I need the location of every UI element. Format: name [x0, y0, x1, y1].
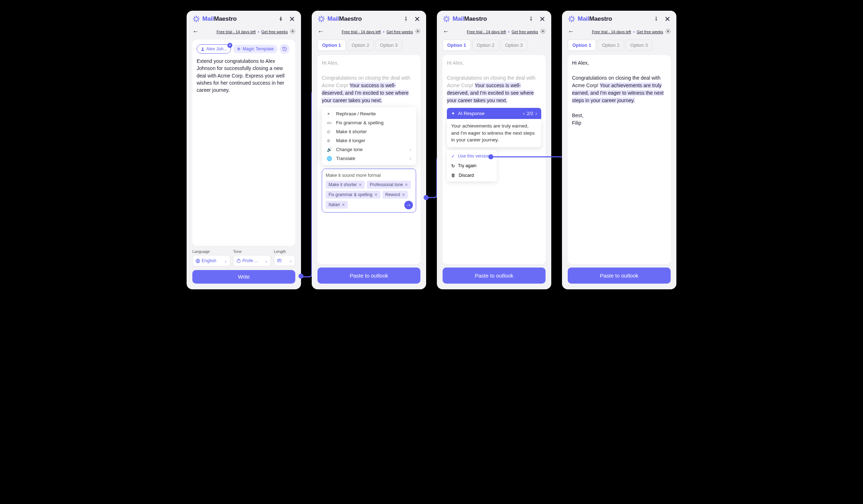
email-body[interactable]: Hi Alex, Congratulations on closing the … — [322, 59, 416, 104]
tab-option-3[interactable]: Option 3 — [375, 40, 402, 51]
back-arrow-icon[interactable]: ← — [317, 28, 324, 35]
email-body[interactable]: Hi Alex, Congratulations on closing the … — [572, 59, 666, 127]
chip-remove-icon[interactable]: ✕ — [227, 43, 232, 48]
menu-longer[interactable]: ⊕Make it longer — [322, 136, 416, 145]
flow-dot — [299, 274, 304, 279]
svg-line-64 — [569, 20, 571, 21]
tab-option-2[interactable]: Option 2 — [347, 40, 374, 51]
trial-text[interactable]: Free trial - 14 days left — [467, 30, 506, 34]
svg-line-62 — [569, 17, 571, 18]
ai-pager: 2/2 — [527, 111, 533, 116]
send-icon[interactable]: → — [404, 201, 413, 209]
menu-translate[interactable]: 🌐Translate› — [322, 154, 416, 163]
action-discard[interactable]: 🗑Discard — [447, 171, 497, 180]
tag-remove-icon[interactable]: ✕ — [402, 193, 405, 197]
tag-remove-icon[interactable]: ✕ — [374, 193, 378, 197]
gear-icon[interactable] — [665, 29, 671, 35]
menu-tone[interactable]: 🔊Change tone› — [322, 145, 416, 154]
chip-magic-template[interactable]: Magic Template — [233, 45, 277, 53]
tab-option-1[interactable]: Option 1 — [317, 40, 346, 51]
trial-text[interactable]: Free trial - 14 days left — [342, 30, 381, 34]
menu-grammar[interactable]: abcFix grammar & spelling — [322, 118, 416, 127]
back-arrow-icon[interactable]: ← — [568, 28, 574, 35]
pin-icon[interactable] — [277, 16, 284, 22]
gear-icon[interactable] — [415, 29, 420, 35]
close-icon[interactable] — [539, 16, 546, 22]
paste-button[interactable]: Paste to outlook — [317, 268, 420, 284]
language-value: English — [202, 258, 216, 263]
email-body[interactable]: Hi Alex, Congratulations on closing the … — [447, 59, 541, 104]
flow-dot — [488, 154, 493, 159]
action-retry[interactable]: ↻Try again — [447, 161, 497, 171]
menu-rephrase[interactable]: ✦Rephrase / Rewrite — [322, 109, 416, 118]
pin-icon[interactable] — [528, 16, 534, 22]
suggestion-input[interactable]: Make it sound more formal — [326, 173, 412, 178]
trial-text[interactable]: Free trial - 14 days left — [217, 30, 256, 34]
ai-response-label: AI Response — [458, 111, 484, 116]
abc-icon: abc — [327, 121, 332, 125]
svg-line-31 — [319, 20, 320, 21]
header: MailMaestro — [192, 15, 295, 23]
gear-icon[interactable] — [540, 29, 546, 35]
length-select[interactable]: ⌄ — [274, 255, 295, 266]
tab-option-1[interactable]: Option 1 — [443, 40, 471, 51]
gear-icon[interactable] — [290, 29, 295, 35]
prompt-text[interactable]: Extend your congratulations to Alex John… — [197, 58, 291, 94]
brand-logo: MailMaestro — [568, 15, 612, 23]
chevron-right-icon: › — [410, 147, 411, 152]
close-icon[interactable] — [289, 16, 295, 22]
language-select[interactable]: English ⌄ — [192, 255, 230, 266]
close-icon[interactable] — [414, 16, 420, 22]
tag-remove-icon[interactable]: ✕ — [405, 183, 408, 187]
tag-grammar[interactable]: Fix grammar & spelling✕ — [326, 191, 380, 199]
tone-select[interactable]: Profe ... ⌄ — [233, 255, 271, 266]
tag-shorter[interactable]: Make it shorter✕ — [326, 181, 365, 189]
svg-line-46 — [448, 20, 449, 21]
chip-person-label: Alex Joh... — [206, 46, 227, 51]
history-icon[interactable] — [280, 44, 290, 54]
svg-line-5 — [197, 20, 198, 21]
chevron-left-icon[interactable]: ‹ — [523, 111, 524, 116]
chevron-down-icon: ⌄ — [265, 259, 268, 263]
paste-button[interactable]: Paste to outlook — [443, 268, 546, 284]
get-free-weeks-link[interactable]: Get free weeks — [386, 30, 413, 34]
tag-remove-icon[interactable]: ✕ — [342, 203, 345, 207]
globe-icon: 🌐 — [327, 156, 332, 161]
tone-label: Tone — [233, 249, 271, 254]
minus-icon: ⊖ — [327, 129, 332, 134]
tag-reword[interactable]: Reword✕ — [383, 191, 408, 199]
tag-italian[interactable]: Italian✕ — [326, 201, 348, 209]
chip-template-label: Magic Template — [242, 46, 273, 51]
back-arrow-icon[interactable]: ← — [192, 28, 199, 35]
trial-text[interactable]: Free trial - 14 days left — [592, 30, 631, 34]
get-free-weeks-link[interactable]: Get free weeks — [261, 30, 288, 34]
spark-icon — [317, 15, 325, 23]
panel-ai-response: MailMaestro ← Free trial - 14 days left … — [437, 11, 551, 289]
menu-shorter[interactable]: ⊖Make it shorter — [322, 127, 416, 136]
tab-option-3[interactable]: Option 3 — [626, 40, 652, 51]
chevron-right-icon[interactable]: › — [536, 111, 537, 116]
pin-icon[interactable] — [653, 16, 659, 22]
tab-option-1[interactable]: Option 1 — [568, 40, 596, 51]
chevron-down-icon: ⌄ — [289, 259, 292, 263]
panel-compose: MailMaestro ← Free trial - 14 days left … — [187, 11, 301, 289]
pin-icon[interactable] — [403, 16, 409, 22]
svg-line-30 — [322, 20, 324, 21]
svg-line-48 — [448, 17, 449, 18]
get-free-weeks-link[interactable]: Get free weeks — [512, 30, 538, 34]
tab-option-2[interactable]: Option 2 — [597, 40, 624, 51]
tab-option-3[interactable]: Option 3 — [500, 40, 527, 51]
back-arrow-icon[interactable]: ← — [443, 28, 449, 35]
get-free-weeks-link[interactable]: Get free weeks — [637, 30, 663, 34]
tag-professional[interactable]: Professional tone✕ — [367, 181, 411, 189]
chip-person[interactable]: Alex Joh... ✕ — [197, 44, 231, 54]
spark-icon: ✦ — [451, 111, 455, 116]
tag-remove-icon[interactable]: ✕ — [359, 183, 362, 187]
paste-button[interactable]: Paste to outlook — [568, 268, 671, 284]
suggestion-box: Make it sound more formal Make it shorte… — [322, 169, 416, 213]
tab-option-2[interactable]: Option 2 — [472, 40, 499, 51]
write-button[interactable]: Write — [192, 270, 295, 284]
close-icon[interactable] — [664, 16, 671, 22]
svg-line-4 — [194, 17, 195, 18]
spark-icon — [443, 15, 450, 23]
